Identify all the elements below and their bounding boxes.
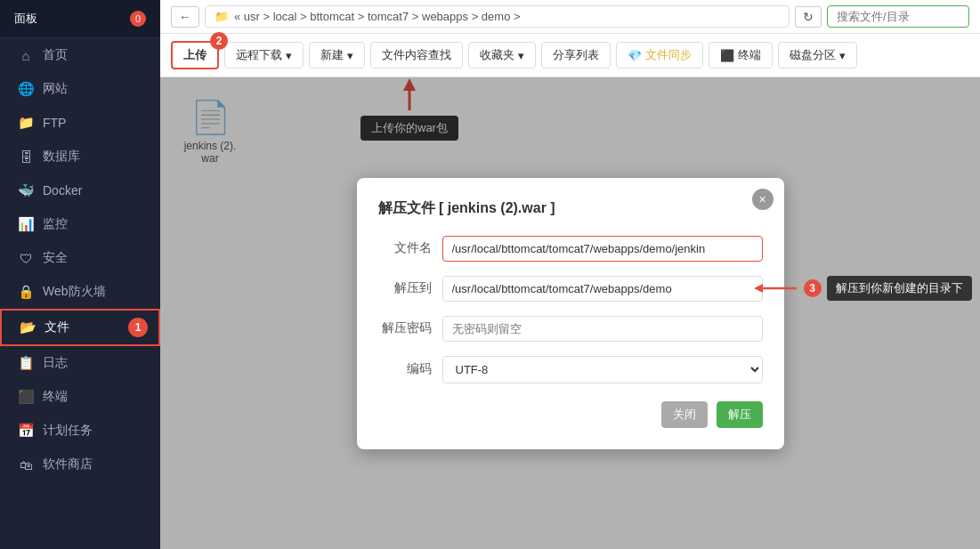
cancel-button[interactable]: 关闭 [661,401,708,428]
file-area: 📄 jenkins (2).war 解压文件 [ jenkins (2).war… [160,77,980,549]
sync-button[interactable]: 💎 文件同步 [616,42,703,69]
sync-icon: 💎 [628,49,642,62]
sidebar-item-database[interactable]: 🗄 数据库 [0,140,160,174]
dropdown-icon: ▾ [518,49,524,62]
svg-marker-3 [754,284,763,293]
terminal-action-label: 终端 [738,47,761,63]
search-input[interactable] [827,5,969,28]
sidebar-item-website[interactable]: 🌐 网站 [0,72,160,106]
sidebar-item-label: 终端 [43,389,68,405]
sidebar-item-label: 软件商店 [43,456,93,472]
extract-modal: 解压文件 [ jenkins (2).war ] × 文件名 解压到 [357,178,784,449]
sidebar-item-terminal[interactable]: ⬛ 终端 [0,380,160,414]
refresh-button[interactable]: ↻ [795,6,822,28]
modal-close-button[interactable]: × [752,189,773,210]
path-text: « usr > local > bttomcat > tomcat7 > web… [234,10,521,23]
bookmarks-label: 收藏夹 [480,47,514,63]
path-folder-icon: 📁 [215,10,229,23]
sidebar-item-docker[interactable]: 🐳 Docker [0,174,160,207]
disk-partition-button[interactable]: 磁盘分区 ▾ [778,42,857,69]
dropdown-icon: ▾ [839,49,846,62]
upload-label: 上传 [183,47,207,63]
database-icon: 🗄 [18,149,34,165]
sidebar-item-logs[interactable]: 📋 日志 [0,346,160,380]
sidebar-item-label: Web防火墙 [43,284,106,300]
terminal-action-button[interactable]: ⬛ 终端 [709,42,773,69]
logs-icon: 📋 [18,355,34,371]
dropdown-icon: ▾ [347,49,353,62]
filename-label: 文件名 [378,240,432,256]
back-button[interactable]: ← [171,6,199,28]
terminal-action-icon: ⬛ [720,49,734,62]
extract-annotation-badge: 3 [804,279,822,297]
sidebar-item-label: 日志 [43,355,68,371]
schedule-icon: 📅 [18,423,34,439]
monitor-icon: 📊 [18,216,34,232]
sidebar-item-monitor[interactable]: 📊 监控 [0,207,160,241]
filename-input[interactable] [442,236,763,262]
dropdown-icon: ▾ [286,49,292,62]
terminal-icon: ⬛ [18,389,34,405]
encoding-label: 编码 [378,361,432,377]
sidebar-item-schedule[interactable]: 📅 计划任务 [0,414,160,448]
ftp-icon: 📁 [18,115,34,131]
password-label: 解压密码 [378,320,432,336]
content-search-button[interactable]: 文件内容查找 [370,42,463,69]
share-list-label: 分享列表 [553,47,599,63]
sidebar-item-label: 安全 [43,250,68,266]
password-row: 解压密码 [378,316,763,342]
extract-button[interactable]: 解压 [717,401,763,428]
website-icon: 🌐 [18,81,34,97]
extract-to-label: 解压到 [378,280,432,296]
filename-row: 文件名 [378,236,763,262]
remote-download-label: 远程下载 [236,47,282,63]
sidebar-item-label: 首页 [43,47,68,63]
sidebar-item-ftp[interactable]: 📁 FTP [0,106,160,140]
sidebar-item-files[interactable]: 📂 文件 1 [0,309,160,346]
extract-arrow-svg [754,280,798,296]
sidebar-item-label: 网站 [43,81,68,97]
share-list-button[interactable]: 分享列表 [541,42,611,69]
sidebar-item-security[interactable]: 🛡 安全 [0,241,160,275]
sync-label: 文件同步 [645,47,692,63]
modal-footer: 关闭 解压 [378,401,763,428]
waf-icon: 🔒 [18,284,34,300]
content-search-label: 文件内容查找 [382,47,451,63]
sidebar-item-label: 监控 [43,216,68,232]
extract-to-input[interactable] [442,276,763,302]
appstore-icon: 🛍 [18,457,34,472]
home-icon: ⌂ [18,48,34,63]
bookmarks-button[interactable]: 收藏夹 ▾ [468,42,536,69]
toolbar: ← 📁 « usr > local > bttomcat > tomcat7 >… [160,0,980,34]
upload-annotation-badge: 2 [210,32,228,50]
modal-title: 解压文件 [ jenkins (2).war ] [378,199,763,218]
sidebar-logo: 面板 0 [0,0,160,38]
sidebar-item-label: 计划任务 [43,423,93,439]
sidebar-logo-text: 面板 [14,11,121,27]
sidebar-item-waf[interactable]: 🔒 Web防火墙 [0,275,160,309]
password-input[interactable] [442,316,763,342]
files-icon: 📂 [20,319,36,335]
sidebar-item-label: Docker [43,183,82,198]
sidebar-item-appstore[interactable]: 🛍 软件商店 [0,448,160,481]
remote-download-button[interactable]: 远程下载 ▾ [224,42,304,69]
docker-icon: 🐳 [18,182,34,198]
sidebar-item-label: 数据库 [43,149,80,165]
disk-partition-label: 磁盘分区 [790,47,836,63]
new-label: 新建 [320,47,344,63]
sidebar-item-label: 文件 [45,319,69,335]
extract-to-row: 解压到 3 解压到你新创建的目录下 [378,276,763,302]
encoding-select[interactable]: UTF-8 GBK GB2312 [442,356,763,383]
new-button[interactable]: 新建 ▾ [309,42,365,69]
sidebar-logo-badge: 0 [130,11,146,27]
extract-annotation: 3 解压到你新创建的目录下 [754,276,972,301]
main-content: ← 📁 « usr > local > bttomcat > tomcat7 >… [160,0,980,549]
files-badge: 1 [128,318,148,337]
sidebar-item-home[interactable]: ⌂ 首页 [0,38,160,72]
path-bar: 📁 « usr > local > bttomcat > tomcat7 > w… [205,5,790,28]
modal-overlay: 解压文件 [ jenkins (2).war ] × 文件名 解压到 [160,77,980,549]
action-bar: 上传 2 远程下载 ▾ 新建 ▾ 文件内容查找 收藏夹 ▾ 分享列表 💎 文件同… [160,34,980,77]
sidebar-item-label: FTP [43,116,66,130]
sidebar: 面板 0 ⌂ 首页 🌐 网站 📁 FTP 🗄 数据库 🐳 Docker 📊 监控… [0,0,160,549]
security-icon: 🛡 [18,251,34,266]
